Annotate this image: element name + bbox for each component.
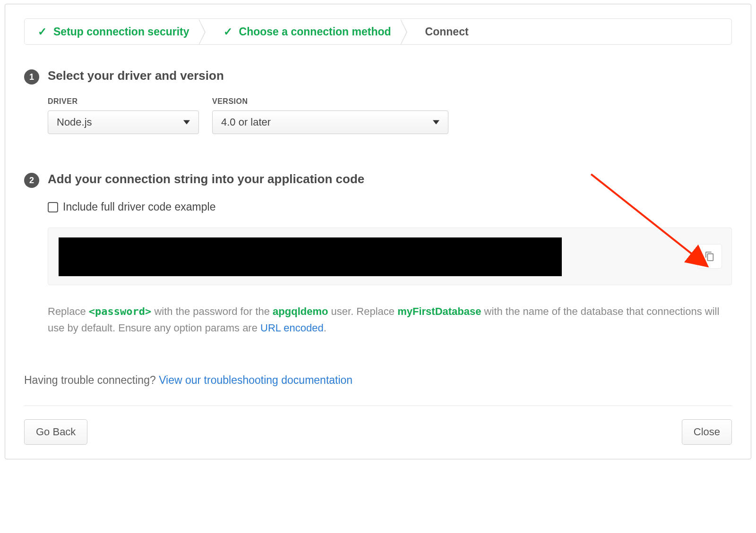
connection-string-panel	[48, 228, 732, 285]
driver-select[interactable]: Node.js	[48, 110, 199, 134]
step-title: Select your driver and version	[48, 68, 732, 83]
caret-down-icon	[183, 120, 190, 125]
step-1: 1 Select your driver and version DRIVER …	[24, 68, 732, 158]
driver-label: DRIVER	[48, 97, 199, 106]
database-token: myFirstDatabase	[397, 305, 481, 317]
connect-modal: ✓ Setup connection security ✓ Choose a c…	[5, 4, 751, 459]
chevron-right-icon	[203, 19, 210, 44]
version-select[interactable]: 4.0 or later	[212, 110, 448, 134]
go-back-button[interactable]: Go Back	[24, 419, 87, 445]
connection-string-redacted[interactable]	[59, 237, 562, 276]
helper-text: Replace <password> with the password for…	[48, 303, 732, 336]
username-token: apgqldemo	[273, 305, 328, 317]
troubleshoot-link[interactable]: View our troubleshooting documentation	[159, 374, 352, 386]
step-number-badge: 2	[24, 173, 39, 188]
breadcrumb-step-connect[interactable]: Connect	[412, 19, 482, 44]
caret-down-icon	[433, 120, 439, 125]
include-example-row[interactable]: Include full driver code example	[48, 201, 732, 213]
breadcrumb-step-method[interactable]: ✓ Choose a connection method	[210, 19, 404, 44]
troubleshoot-row: Having trouble connecting? View our trou…	[24, 374, 732, 387]
modal-footer: Go Back Close	[24, 419, 732, 445]
close-button[interactable]: Close	[682, 419, 732, 445]
driver-field: DRIVER Node.js	[48, 97, 199, 134]
check-icon: ✓	[223, 25, 232, 38]
version-field: VERSION 4.0 or later	[212, 97, 448, 134]
breadcrumb: ✓ Setup connection security ✓ Choose a c…	[24, 18, 732, 45]
include-example-checkbox[interactable]	[48, 202, 58, 212]
step-title: Add your connection string into your app…	[48, 172, 732, 186]
breadcrumb-label: Connect	[425, 25, 469, 38]
check-icon: ✓	[38, 25, 47, 38]
chevron-right-icon	[404, 19, 412, 44]
version-label: VERSION	[212, 97, 448, 106]
driver-value: Node.js	[57, 116, 92, 128]
footer-divider	[24, 406, 732, 406]
url-encoded-link[interactable]: URL encoded	[260, 322, 324, 334]
breadcrumb-step-security[interactable]: ✓ Setup connection security	[25, 19, 203, 44]
breadcrumb-label: Choose a connection method	[239, 25, 391, 38]
copy-button[interactable]	[697, 244, 722, 269]
include-example-label: Include full driver code example	[63, 201, 215, 213]
password-token: <password>	[89, 305, 151, 317]
copy-icon	[704, 251, 715, 262]
step-2: 2 Add your connection string into your a…	[24, 172, 732, 336]
version-value: 4.0 or later	[221, 116, 271, 128]
step-number-badge: 1	[24, 69, 39, 85]
breadcrumb-label: Setup connection security	[53, 25, 189, 38]
